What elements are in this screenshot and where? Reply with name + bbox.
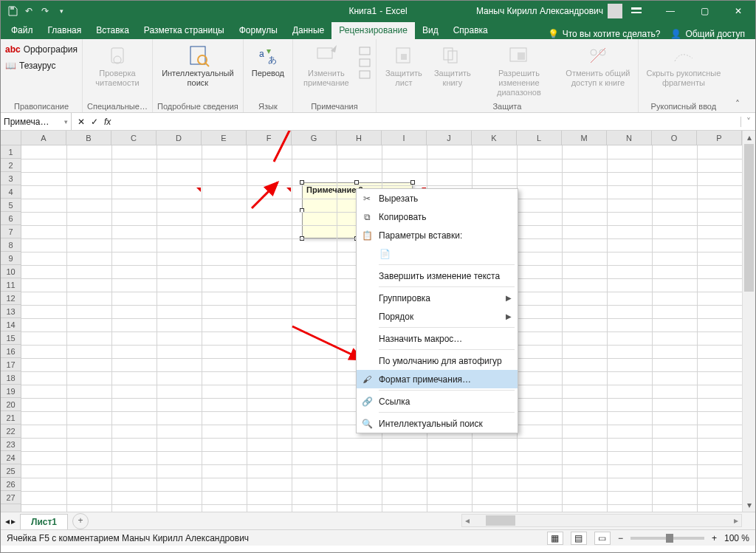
row-headers[interactable]: 1234567891011121314151617181920212223242… (1, 145, 21, 512)
svg-rect-19 (518, 52, 525, 60)
sheet-nav-prev-icon[interactable]: ◂ (5, 516, 10, 526)
menu-set-default[interactable]: По умолчанию для автофигур (357, 351, 518, 370)
menu-assign-macro: Назначить макрос… (357, 329, 518, 348)
sheet-tab[interactable]: Лист1 (20, 514, 68, 529)
save-icon[interactable] (7, 5, 18, 17)
tab-formulas[interactable]: Формулы (232, 22, 285, 39)
undo-icon[interactable]: ↶ (23, 5, 35, 17)
menu-copy[interactable]: ⧉Копировать (357, 207, 518, 226)
comment-indicator (286, 188, 291, 192)
svg-rect-15 (401, 54, 407, 60)
svg-point-20 (591, 49, 597, 55)
spelling-button[interactable]: abcОрфография (5, 43, 78, 56)
comment-indicator (196, 188, 201, 192)
svg-rect-0 (10, 7, 14, 10)
expand-fx-icon[interactable]: ˅ (740, 117, 755, 127)
page-break-icon[interactable]: ▭ (594, 532, 611, 545)
fx-icon[interactable]: fx (104, 117, 111, 127)
column-headers[interactable]: ABCDEFGHIJKLMNOP (21, 131, 742, 145)
redo-icon[interactable]: ↷ (39, 5, 51, 17)
group-ink-label: Рукописный ввод (643, 100, 724, 112)
close-button[interactable]: ✕ (721, 1, 755, 21)
maximize-button[interactable]: ▢ (687, 1, 721, 21)
group-language-label: Язык (248, 100, 288, 112)
vertical-scrollbar[interactable]: ▴ ▾ (742, 131, 755, 512)
zoom-out-icon[interactable]: − (618, 533, 623, 543)
tab-help[interactable]: Справка (446, 22, 495, 39)
tab-layout[interactable]: Разметка страницы (137, 22, 232, 39)
menu-cut[interactable]: ✂Вырезать (357, 189, 518, 207)
group-insights-label: Подробные сведения (157, 100, 238, 112)
menu-order[interactable]: Порядок▶ (357, 307, 518, 326)
menu-group[interactable]: Группировка▶ (357, 289, 518, 307)
group-comments-label: Примечания (298, 100, 371, 112)
link-icon: 🔗 (361, 396, 373, 408)
status-text: Ячейка F5 с комментарием Маныч Кирилл Ал… (7, 533, 249, 543)
edit-comment-button: Изменить примечание (298, 41, 355, 88)
sheet-nav-next-icon[interactable]: ▸ (11, 516, 16, 526)
name-box[interactable]: Примеча…▾ (1, 113, 72, 130)
context-menu: ✂Вырезать ⧉Копировать 📋Параметры вставки… (356, 188, 518, 433)
tab-insert[interactable]: Вставка (89, 22, 137, 39)
share-button[interactable]: 👤Общий доступ (670, 29, 745, 39)
allow-ranges-icon (507, 44, 531, 67)
tell-me[interactable]: 💡Что вы хотите сделать? (548, 29, 661, 39)
normal-view-icon[interactable]: ▦ (547, 532, 563, 545)
thesaurus-button[interactable]: 📖Тезаурус (5, 59, 55, 72)
sheet-tab-bar: ◂▸ Лист1 + ◂▸ (1, 512, 755, 529)
menu-format-comment[interactable]: 🖌Формат примечания… (357, 370, 518, 388)
cut-icon: ✂ (361, 193, 373, 205)
page-layout-icon[interactable]: ▤ (571, 532, 587, 545)
translate-button[interactable]: aあ Перевод (248, 41, 288, 78)
protect-sheet-icon (392, 44, 416, 67)
ribbon-options-icon[interactable] (619, 1, 653, 21)
svg-rect-10 (317, 48, 332, 58)
protect-sheet-button: Защитить лист (381, 41, 427, 88)
tab-review[interactable]: Рецензирование (331, 22, 415, 39)
accessibility-check-button: Проверка читаемости (91, 41, 144, 88)
enter-fx-icon[interactable]: ✓ (91, 117, 98, 127)
svg-rect-13 (360, 71, 370, 78)
smart-lookup-button[interactable]: Интеллектуальный поиск (157, 41, 238, 88)
accessibility-icon (106, 44, 129, 67)
zoom-slider[interactable] (630, 537, 704, 540)
group-accessibility-label: Специальные… (87, 100, 148, 112)
collapse-ribbon-icon[interactable]: ˄ (729, 39, 746, 112)
select-all-triangle[interactable] (1, 131, 21, 145)
tab-file[interactable]: Файл (4, 22, 41, 39)
zoom-in-icon[interactable]: + (712, 533, 717, 543)
worksheet-grid[interactable]: ABCDEFGHIJKLMNOP 12345678910111213141516… (1, 131, 755, 512)
allow-ranges-button: Разрешить изменение диапазонов (478, 41, 560, 97)
paste-option-icon: 📄 (379, 248, 391, 260)
protect-workbook-button: Защитить книгу (430, 41, 475, 88)
horizontal-scrollbar[interactable]: ◂▸ (461, 514, 742, 527)
protect-book-icon (441, 44, 464, 67)
qat-customize-icon[interactable]: ▾ (55, 5, 67, 17)
group-protect-label: Защита (381, 100, 633, 112)
svg-line-7 (205, 63, 209, 66)
user-name[interactable]: Маныч Кирилл Александрович (476, 4, 622, 18)
hide-ink-button: Скрыть рукописные фрагменты (643, 41, 724, 88)
add-sheet-button[interactable]: + (72, 513, 89, 529)
scroll-down-icon[interactable]: ▾ (743, 498, 755, 512)
svg-rect-12 (360, 59, 370, 66)
status-bar: Ячейка F5 с комментарием Маныч Кирилл Ал… (1, 529, 755, 546)
title-bar: ↶ ↷ ▾ Книга1 - Excel Маныч Кирилл Алекса… (1, 1, 755, 21)
tab-data[interactable]: Данные (285, 22, 331, 39)
menu-smart-lookup[interactable]: 🔍Интеллектуальный поиск (357, 414, 518, 433)
cancel-fx-icon[interactable]: ✕ (78, 117, 85, 127)
minimize-button[interactable]: — (653, 1, 687, 21)
formula-bar: Примеча…▾ ✕ ✓ fx ˅ (1, 113, 755, 131)
tab-home[interactable]: Главная (41, 22, 89, 39)
window-title: Книга1 - Excel (348, 6, 407, 16)
svg-point-21 (599, 49, 605, 55)
menu-end-text-edit[interactable]: Завершить изменение текста (357, 267, 518, 285)
zoom-level[interactable]: 100 % (724, 533, 749, 543)
format-icon: 🖌 (361, 374, 373, 385)
comment-nav-icons[interactable] (358, 46, 371, 90)
ribbon: abcОрфография 📖Тезаурус Правописание Про… (1, 39, 755, 113)
tab-view[interactable]: Вид (415, 22, 446, 39)
scroll-up-icon[interactable]: ▴ (743, 131, 755, 144)
menu-paste-header: 📋Параметры вставки: (357, 226, 518, 244)
edit-comment-icon (315, 44, 338, 67)
